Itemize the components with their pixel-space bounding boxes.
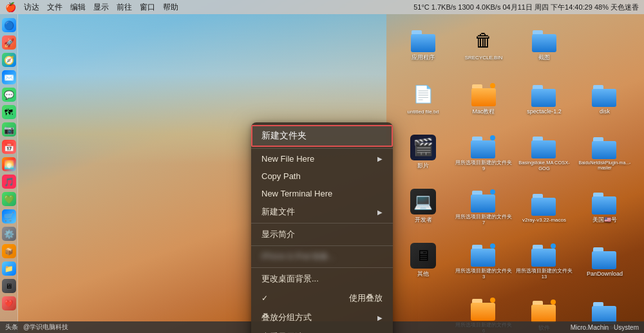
menu-item-label: 新建文件夹 <box>261 130 307 142</box>
desktop-icon-label: 开发者 <box>415 216 432 224</box>
menu-edit[interactable]: 编辑 <box>70 2 86 13</box>
menu-item-label: New File Here <box>261 154 314 164</box>
menubar-right: 51°C 1.7KB/s 1300 4.0KB/s 04月11日 周四 下午14… <box>413 3 639 12</box>
desktop-icon-app[interactable]: 应用程序 <box>394 18 452 70</box>
srecycle-icon: 🗑 <box>471 28 497 53</box>
menubar-left: 🍎 访达 文件 编辑 显示 前往 窗口 帮助 <box>5 2 413 13</box>
desktop-icon-jietu[interactable]: 截图 <box>515 18 573 70</box>
movie-icon: 🎬 <box>410 135 436 160</box>
desktop-icon-folder3[interactable]: 用所选项目新建的文件夹 3 <box>455 234 513 286</box>
desktop-icon-label: Mac教程 <box>472 108 495 116</box>
desktop-icon-mac-tutorial[interactable]: Mac教程 <box>455 72 513 124</box>
menu-item-label: 新建文件 <box>261 206 295 218</box>
menu-separator-3 <box>251 245 393 246</box>
desktop-icon-folder9[interactable]: 用所选项目新建的文件夹 9 <box>455 126 513 178</box>
menu-item-show-options[interactable]: 查看显示选项 <box>251 327 393 333</box>
desktop-icon-label: 其他 <box>417 270 429 278</box>
desktop-icon-developer[interactable]: 💻 开发者 <box>394 180 452 232</box>
menubar: 🍎 访达 文件 编辑 显示 前往 窗口 帮助 51°C 1.7KB/s 1300… <box>0 0 644 14</box>
menu-item-label: 显示简介 <box>261 229 295 240</box>
dock-safari[interactable]: 🧭 <box>2 53 16 67</box>
context-menu: 新建文件夹 New File Here ▶ Copy Path New Term… <box>251 122 393 333</box>
menu-item-blurred[interactable]: iPhone & iPad 镜像... <box>251 247 393 266</box>
desktop-icon-label: 用所选项目新建的文件夹 13 <box>515 268 573 280</box>
menu-finder[interactable]: 访达 <box>24 2 39 13</box>
dock-launchpad[interactable]: 🚀 <box>2 35 16 50</box>
other-icon: 🖥 <box>410 243 436 269</box>
menu-item-label: 叠放分组方式 <box>261 312 312 323</box>
menu-item-new-folder[interactable]: 新建文件夹 <box>251 125 393 147</box>
dock-generic2[interactable]: 📁 <box>2 262 16 276</box>
dock-facetime[interactable]: 📷 <box>2 122 16 137</box>
submenu-arrow-icon: ▶ <box>377 155 383 162</box>
desktop-icon-label: 截图 <box>538 53 550 62</box>
desktop-icon-movie[interactable]: 🎬 影片 <box>394 126 452 178</box>
menu-window[interactable]: 窗口 <box>140 2 155 13</box>
dock-messages[interactable]: 💬 <box>2 88 16 102</box>
desktop-icon-basingstoke[interactable]: Basingstoke.MA COSX-GOG <box>515 126 573 178</box>
menu-item-overlap-method[interactable]: 叠放分组方式 ▶ <box>251 308 393 327</box>
dock-wechat[interactable]: 💚 <box>2 192 16 206</box>
menu-item-change-bg[interactable]: 更改桌面背景... <box>251 269 393 289</box>
desktop-icon-label: spectacle-1.2 <box>527 108 562 115</box>
dock-settings[interactable]: ⚙️ <box>2 227 16 241</box>
blurred-label: iPhone & iPad 镜像... <box>261 251 334 262</box>
menu-go[interactable]: 前往 <box>117 2 132 13</box>
menu-item-new-terminal-here[interactable]: New Terminal Here <box>251 185 393 202</box>
desktop-icon-usa[interactable]: 美国🇺🇸号 <box>576 180 634 232</box>
desktop-icon-other[interactable]: 🖥 其他 <box>394 234 452 286</box>
dock-finder[interactable]: 🔵 <box>2 18 16 32</box>
developer-icon: 💻 <box>410 189 436 214</box>
bottom-bar-account: @学识电脑科技 <box>23 323 68 332</box>
desktop-icon-label: 应用程序 <box>412 53 435 62</box>
desktop-icon-folder7[interactable]: 用所选项目新建的文件夹 7 <box>455 180 513 232</box>
desktop-icon-label: disk <box>600 108 610 115</box>
dock-mail[interactable]: ✉️ <box>2 70 16 84</box>
desktop-icon-untitled[interactable]: 📄 untitled file.txt <box>394 72 452 124</box>
menu-item-new-file-here[interactable]: New File Here ▶ <box>251 150 393 167</box>
desktop-icon-baidunetdisk[interactable]: BaiduNetdiskPlugin-ma...-master <box>576 126 634 178</box>
desktop-icon-v2ray[interactable]: v2ray-v3.22-macos <box>515 180 573 232</box>
dock-generic4[interactable]: ❤️ <box>2 296 16 310</box>
menu-item-show-info[interactable]: 显示简介 <box>251 225 393 244</box>
menu-item-label: 更改桌面背景... <box>261 273 319 285</box>
desktop-icon-folder13[interactable]: 用所选项目新建的文件夹 13 <box>515 234 573 286</box>
menu-separator-4 <box>251 267 393 268</box>
menubar-status: 51°C 1.7KB/s 1300 4.0KB/s 04月11日 周四 下午14… <box>413 3 639 12</box>
desktop-icon-label: v2ray-v3.22-macos <box>522 217 566 223</box>
desktop-icon-label: SRECYCLE.BIN <box>465 55 503 61</box>
untitled-icon: 📄 <box>410 82 436 108</box>
dock-music[interactable]: 🎵 <box>2 175 16 189</box>
menu-item-new-file[interactable]: 新建文件 ▶ <box>251 202 393 222</box>
menu-view[interactable]: 显示 <box>93 2 109 13</box>
bottom-bar-micro: Micro.Machin <box>571 324 609 331</box>
desktop-icon-label: BaiduNetdiskPlugin-ma...-master <box>576 160 634 171</box>
apple-menu[interactable]: 🍎 <box>5 2 16 12</box>
dock-photos[interactable]: 🌅 <box>2 157 16 171</box>
desktop-icons-area: 应用程序 🗑 SRECYCLE.BIN 截图 📄 untitled file.t… <box>394 18 639 333</box>
menu-help[interactable]: 帮助 <box>163 2 178 13</box>
bottom-bar-usystem: Usystem <box>614 324 639 331</box>
menu-item-label: Copy Path <box>261 171 301 181</box>
desktop-icon-disk[interactable]: disk <box>576 72 634 124</box>
dock-generic3[interactable]: 🖥 <box>2 279 16 293</box>
desktop-icon-label: PanDownload <box>587 271 623 277</box>
menu-file[interactable]: 文件 <box>47 2 62 13</box>
submenu-arrow-icon: ▶ <box>377 209 383 216</box>
dock-maps[interactable]: 🗺 <box>2 105 16 119</box>
desktop-icon-spectacle12[interactable]: spectacle-1.2 <box>515 72 573 124</box>
menu-item-label: 使用叠放 <box>349 292 383 304</box>
menu-separator-2 <box>251 223 393 224</box>
dock-appstore[interactable]: 🛒 <box>2 209 16 224</box>
desktop-icon-label: untitled file.txt <box>408 109 439 115</box>
dock-calendar[interactable]: 📅 <box>2 140 16 154</box>
menu-separator-1 <box>251 148 393 149</box>
submenu-arrow-icon: ▶ <box>377 314 383 321</box>
menu-item-copy-path[interactable]: Copy Path <box>251 167 393 185</box>
menu-item-use-overlap[interactable]: 使用叠放 <box>251 289 393 308</box>
desktop-icon-pandownload[interactable]: PanDownload <box>576 234 634 286</box>
desktop-icon-srecycle[interactable]: 🗑 SRECYCLE.BIN <box>455 18 513 70</box>
dock-generic1[interactable]: 📦 <box>2 244 16 258</box>
desktop-icon-label: 用所选项目新建的文件夹 3 <box>455 268 513 280</box>
desktop-icon-label: Basingstoke.MA COSX-GOG <box>515 160 573 171</box>
